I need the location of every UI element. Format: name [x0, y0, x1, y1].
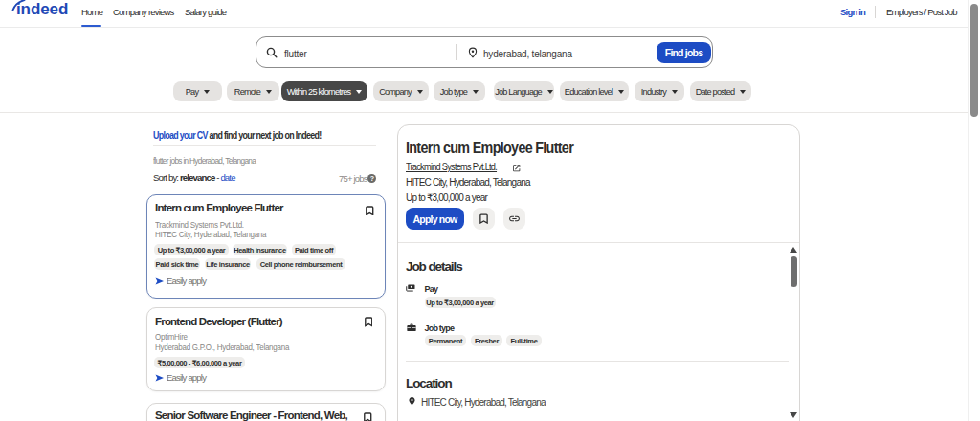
svg-text:indeed: indeed	[16, 0, 68, 18]
